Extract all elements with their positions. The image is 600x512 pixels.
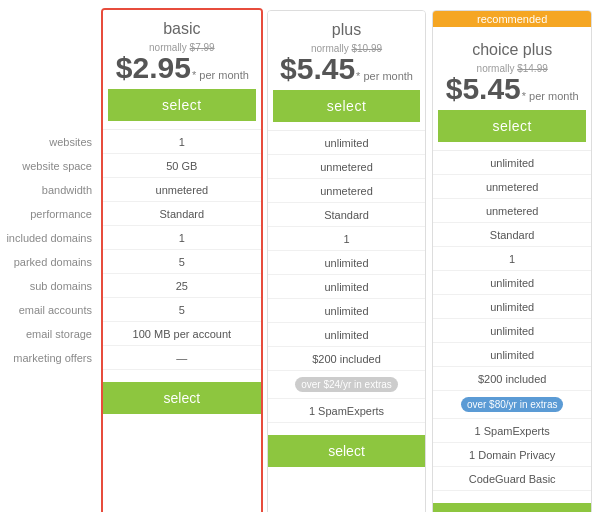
plus-website-space: unmetered	[268, 155, 426, 179]
choice-plus-bandwidth: unmetered	[433, 199, 591, 223]
basic-bandwidth: unmetered	[103, 178, 261, 202]
plus-marketing-offers: $200 included	[268, 347, 426, 371]
plan-basic: basic normally $7.99 $2.95 * per month s…	[101, 8, 263, 512]
choice-plus-included-domains: 1	[433, 247, 591, 271]
choice-plus-email-storage: unlimited	[433, 343, 591, 367]
choice-plus-title: choice plus	[438, 41, 586, 59]
label-marketing-offers: marketing offers	[0, 346, 100, 370]
basic-select-top[interactable]: select	[108, 89, 256, 121]
basic-header: basic normally $7.99 $2.95 * per month s…	[103, 10, 261, 129]
basic-marketing-offers: —	[103, 346, 261, 370]
choice-plus-performance: Standard	[433, 223, 591, 247]
label-bandwidth: bandwidth	[0, 178, 100, 202]
label-websites: websites	[0, 130, 100, 154]
choice-plus-parked-domains: unlimited	[433, 271, 591, 295]
plus-extras-badge-cell: over $24/yr in extras	[268, 371, 426, 399]
plan-choice-plus: recommended choice plus normally $14.99 …	[432, 10, 592, 512]
choice-plus-select-top[interactable]: select	[438, 110, 586, 142]
plus-select-bottom[interactable]: select	[268, 435, 426, 467]
plus-sub-domains: unlimited	[268, 275, 426, 299]
plus-spam-experts: 1 SpamExperts	[268, 399, 426, 423]
plus-select-top[interactable]: select	[273, 90, 421, 122]
label-performance: performance	[0, 202, 100, 226]
plus-websites: unlimited	[268, 131, 426, 155]
basic-websites: 1	[103, 130, 261, 154]
choice-plus-spam-experts: 1 SpamExperts	[433, 419, 591, 443]
basic-included-domains: 1	[103, 226, 261, 250]
basic-website-space: 50 GB	[103, 154, 261, 178]
label-website-space: website space	[0, 154, 100, 178]
pricing-section: websites website space bandwidth perform…	[0, 0, 600, 512]
choice-plus-header: choice plus normally $14.99 $5.45 * per …	[433, 31, 591, 150]
plan-plus: plus normally $10.99 $5.45 * per month s…	[267, 10, 427, 512]
plus-extras-badge: over $24/yr in extras	[295, 377, 398, 392]
choice-plus-codeguard: CodeGuard Basic	[433, 467, 591, 491]
choice-plus-email-accounts: unlimited	[433, 319, 591, 343]
basic-rows: 1 50 GB unmetered Standard 1 5 25 5 100 …	[103, 129, 261, 414]
basic-sub-domains: 25	[103, 274, 261, 298]
plus-per: * per month	[356, 70, 413, 82]
choice-plus-extras-badge: over $80/yr in extras	[461, 397, 564, 412]
plus-header: plus normally $10.99 $5.45 * per month s…	[268, 11, 426, 130]
basic-per: * per month	[192, 69, 249, 81]
label-email-accounts: email accounts	[0, 298, 100, 322]
plus-price: $5.45	[280, 54, 355, 84]
choice-plus-marketing-offers: $200 included	[433, 367, 591, 391]
basic-title: basic	[108, 20, 256, 38]
choice-plus-domain-privacy: 1 Domain Privacy	[433, 443, 591, 467]
plus-bandwidth: unmetered	[268, 179, 426, 203]
recommended-badge: recommended	[433, 11, 591, 27]
choice-plus-rows: unlimited unmetered unmetered Standard 1…	[433, 150, 591, 512]
plus-rows: unlimited unmetered unmetered Standard 1…	[268, 130, 426, 467]
plus-email-accounts: unlimited	[268, 299, 426, 323]
choice-plus-websites: unlimited	[433, 151, 591, 175]
choice-plus-price: $5.45	[446, 74, 521, 104]
basic-price: $2.95	[116, 53, 191, 83]
plus-performance: Standard	[268, 203, 426, 227]
basic-email-storage: 100 MB per account	[103, 322, 261, 346]
basic-email-accounts: 5	[103, 298, 261, 322]
basic-parked-domains: 5	[103, 250, 261, 274]
plus-parked-domains: unlimited	[268, 251, 426, 275]
basic-select-bottom[interactable]: select	[103, 382, 261, 414]
label-included-domains: included domains	[0, 226, 100, 250]
plus-title: plus	[273, 21, 421, 39]
choice-plus-select-bottom[interactable]: select	[433, 503, 591, 512]
choice-plus-per: * per month	[522, 90, 579, 102]
label-parked-domains: parked domains	[0, 250, 100, 274]
row-labels: websites website space bandwidth perform…	[0, 0, 100, 370]
plus-email-storage: unlimited	[268, 323, 426, 347]
label-email-storage: email storage	[0, 322, 100, 346]
choice-plus-website-space: unmetered	[433, 175, 591, 199]
label-sub-domains: sub domains	[0, 274, 100, 298]
choice-plus-sub-domains: unlimited	[433, 295, 591, 319]
plus-included-domains: 1	[268, 227, 426, 251]
basic-performance: Standard	[103, 202, 261, 226]
choice-plus-extras-badge-cell: over $80/yr in extras	[433, 391, 591, 419]
